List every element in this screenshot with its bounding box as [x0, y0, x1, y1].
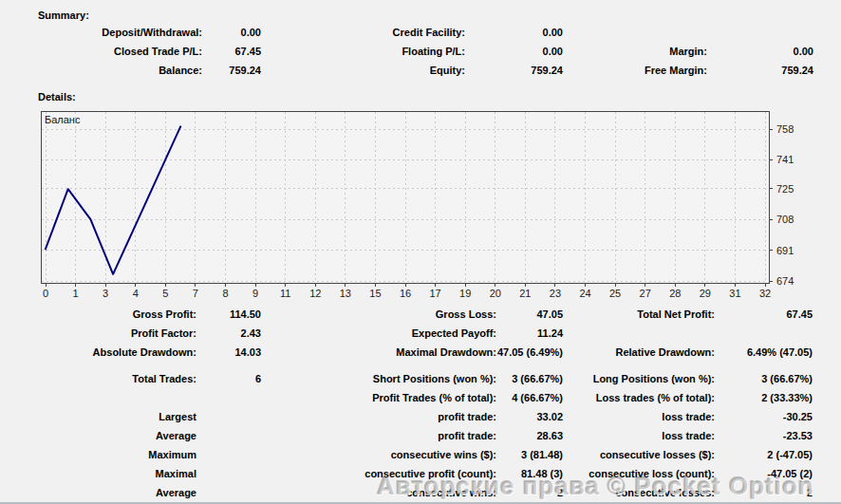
- balance-chart: 7587417257086916740134578911121315161719…: [0, 106, 841, 298]
- stat-label: Total Trades:: [0, 369, 196, 388]
- stat-label: Long Positions (won %):: [563, 369, 715, 388]
- stat-label: Largest: [0, 407, 196, 426]
- summary-grid: Deposit/Withdrawal:0.00Credit Facility:0…: [0, 23, 813, 80]
- stat-label: Expected Payoff:: [261, 324, 496, 343]
- stat-value: 759.24: [707, 61, 813, 80]
- stat-label: loss trade:: [563, 407, 715, 426]
- stat-label: Deposit/Withdrawal:: [0, 23, 202, 42]
- stat-label: Gross Loss:: [261, 305, 496, 324]
- stat-value: 14.03: [196, 343, 261, 362]
- summary-heading: Summary:: [38, 8, 89, 23]
- stat-value: 4 (66.67%): [496, 388, 563, 407]
- x-tick-label: 13: [340, 288, 351, 298]
- x-tick-label: 9: [252, 288, 258, 298]
- x-tick-label: 15: [369, 288, 381, 298]
- stat-value: 2 (33.33%): [715, 388, 813, 407]
- stat-value: -23.53: [715, 426, 813, 445]
- x-tick-label: 25: [609, 288, 621, 298]
- stat-value: [196, 407, 261, 426]
- stat-value: 3 (81.48): [496, 445, 563, 464]
- stat-label: Profit Trades (% of total):: [261, 388, 496, 407]
- x-tick-label: 7: [193, 288, 198, 298]
- stat-value: 114.50: [196, 305, 261, 324]
- stat-value: [196, 388, 261, 407]
- stat-value: 28.63: [496, 426, 563, 445]
- y-tick-label: 691: [776, 245, 794, 256]
- x-tick-label: 12: [309, 288, 321, 298]
- x-tick-label: 23: [550, 288, 561, 298]
- stat-label: Credit Facility:: [261, 23, 465, 42]
- x-tick-label: 27: [640, 288, 651, 298]
- x-tick-label: 28: [669, 288, 681, 298]
- x-tick-label: 4: [133, 288, 139, 298]
- stat-value: -30.25: [715, 407, 813, 426]
- stat-value: [707, 23, 813, 42]
- stat-label: Total Net Profit:: [563, 305, 715, 324]
- stat-label: Absolute Drawdown:: [0, 343, 196, 362]
- stats-block-results: Gross Profit:114.50Gross Loss:47.05Total…: [0, 305, 813, 362]
- x-tick-label: 24: [579, 288, 590, 298]
- y-tick-label: 674: [776, 275, 794, 287]
- stat-label: [563, 324, 715, 343]
- stat-value: 2.43: [196, 324, 261, 343]
- stat-label: Floating P/L:: [261, 42, 465, 61]
- stat-label: consecutive losses ($):: [563, 445, 715, 464]
- x-tick-label: 20: [490, 288, 501, 298]
- stat-label: [563, 23, 707, 42]
- y-tick-label: 741: [776, 154, 794, 165]
- stat-label: profit trade:: [261, 426, 496, 445]
- stat-value: [196, 426, 261, 445]
- stat-label: Free Margin:: [563, 61, 707, 80]
- x-tick-label: 17: [429, 288, 440, 298]
- stat-value: 6: [196, 369, 261, 388]
- stat-value: 2: [715, 483, 813, 502]
- stat-label: Gross Profit:: [0, 305, 196, 324]
- x-tick-label: 32: [759, 288, 771, 298]
- stat-value: [715, 324, 813, 343]
- stat-value: 81.48 (3): [496, 464, 563, 483]
- stat-value: 67.45: [202, 42, 261, 61]
- x-tick-label: 29: [700, 288, 711, 298]
- stat-value: [196, 483, 261, 502]
- x-tick-label: 8: [222, 288, 228, 298]
- x-tick-label: 21: [519, 288, 531, 298]
- stat-label: Average: [0, 483, 196, 502]
- stat-label: consecutive wins:: [261, 483, 496, 502]
- stat-label: loss trade:: [563, 426, 715, 445]
- stat-label: Relative Drawdown:: [563, 343, 715, 362]
- stat-label: [0, 388, 196, 407]
- x-tick-label: 5: [162, 288, 168, 298]
- y-tick-label: 758: [776, 123, 794, 135]
- stat-label: consecutive loss (count):: [563, 464, 715, 483]
- report-page: Summary: Deposit/Withdrawal:0.00Credit F…: [0, 0, 841, 504]
- stat-value: [196, 464, 261, 483]
- x-tick-label: 3: [103, 288, 108, 298]
- stat-label: consecutive wins ($):: [261, 445, 496, 464]
- stats-block-series: Largestprofit trade:33.02loss trade:-30.…: [0, 407, 813, 502]
- stat-label: Balance:: [0, 61, 202, 80]
- stat-label: Profit Factor:: [0, 324, 196, 343]
- chart-legend-label: Баланс: [45, 114, 81, 125]
- stat-value: 0.00: [707, 42, 813, 61]
- stat-value: [196, 445, 261, 464]
- x-tick-label: 31: [729, 288, 740, 298]
- y-tick-label: 708: [776, 214, 794, 225]
- stat-value: 0.00: [465, 23, 563, 42]
- stat-value: 47.05 (6.49%): [496, 343, 563, 362]
- x-tick-label: 1: [73, 288, 79, 298]
- stat-label: Margin:: [563, 42, 707, 61]
- stat-value: 47.05: [496, 305, 563, 324]
- y-tick-label: 725: [776, 183, 794, 195]
- stat-label: profit trade:: [261, 407, 496, 426]
- stat-value: 2: [496, 483, 563, 502]
- stat-value: 759.24: [465, 61, 563, 80]
- stat-label: consecutive losses:: [563, 483, 715, 502]
- details-heading: Details:: [38, 89, 76, 104]
- stat-value: 0.00: [202, 23, 261, 42]
- stat-value: 6.49% (47.05): [715, 343, 813, 362]
- stat-label: consecutive profit (count):: [261, 464, 496, 483]
- stat-label: Maximal: [0, 464, 196, 483]
- stat-value: 67.45: [715, 305, 813, 324]
- x-tick-label: 16: [400, 288, 411, 298]
- stat-value: 2 (-47.05): [715, 445, 813, 464]
